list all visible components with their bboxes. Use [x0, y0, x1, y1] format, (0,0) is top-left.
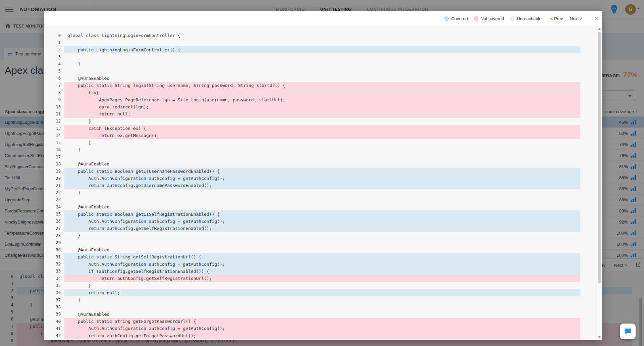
code-line: 22 } — [44, 189, 597, 196]
code-line: 24 @AuraEnabled — [44, 203, 597, 210]
line-number: 20 — [44, 176, 61, 181]
code-text: return null; — [64, 110, 580, 117]
code-text: return authConfig.getUsernamePasswordEna… — [64, 182, 580, 189]
code-line: 37 } — [44, 296, 597, 303]
code-line: 23 — [44, 196, 597, 203]
line-number: 16 — [44, 147, 61, 152]
legend-item-unreachable: Unreachable — [510, 16, 542, 21]
next-button[interactable]: Next > — [570, 16, 582, 21]
line-number: 36 — [44, 290, 61, 295]
code-text: Auth.AuthConfiguration authConfig = getA… — [64, 325, 580, 332]
legend-item-covered: Covered — [444, 16, 468, 21]
code-text: } — [64, 118, 580, 125]
legend-label: Covered — [451, 16, 468, 21]
line-number: 12 — [44, 119, 61, 123]
scrollbar-thumb[interactable] — [598, 32, 601, 284]
line-number: 39 — [44, 312, 61, 316]
code-text: public static Boolean getIsUsernamePassw… — [64, 168, 580, 175]
code-text: } — [64, 60, 580, 67]
line-number: 40 — [44, 319, 61, 324]
code-coverage-modal: CoveredNot coveredUnreachable < Prev Nex… — [44, 11, 602, 340]
code-text: Auth.AuthConfiguration authConfig = getA… — [64, 175, 580, 182]
code-text: try{ — [64, 89, 580, 96]
code-text — [64, 39, 580, 46]
code-text: aura.redirect(lgn); — [64, 103, 580, 110]
modal-scrollbar[interactable] — [597, 26, 602, 340]
line-number: 41 — [44, 326, 61, 331]
code-text: return ex.getMessage(); — [64, 132, 580, 139]
legend-dot-icon — [444, 16, 449, 21]
code-text: @AuraEnabled — [64, 75, 580, 82]
code-text: return authConfig.getSelfRegistrationUrl… — [64, 275, 580, 282]
code-text: public LightningLoginFormController() { — [64, 46, 580, 53]
line-number: 34 — [44, 276, 61, 281]
code-line: 39 @AuraEnabled — [44, 311, 597, 318]
code-line: 17 — [44, 153, 597, 160]
line-number: 28 — [44, 233, 61, 238]
prev-button[interactable]: < Prev — [550, 16, 563, 21]
code-line: 29 — [44, 239, 597, 246]
code-line: 3 — [44, 53, 597, 60]
code-line: 12 } — [44, 118, 597, 125]
code-line: 1 — [44, 39, 597, 46]
code-text: @AuraEnabled — [64, 160, 580, 167]
code-line: 21 return authConfig.getUsernamePassword… — [44, 182, 597, 189]
line-number: 21 — [44, 183, 61, 188]
line-number: 2 — [44, 47, 61, 52]
line-number: 38 — [44, 305, 61, 309]
line-number: 0 — [44, 33, 61, 38]
line-number: 29 — [44, 240, 61, 245]
code-text: global class LightningLoginFormControlle… — [64, 32, 580, 39]
legend-item-not-covered: Not covered — [474, 16, 504, 21]
code-line: 33 if (authConfig.getSelfRegistrationEna… — [44, 268, 597, 275]
code-text — [64, 53, 580, 60]
line-number: 15 — [44, 140, 61, 145]
code-line: 14 return ex.getMessage(); — [44, 132, 597, 139]
code-line: 16 } — [44, 146, 597, 153]
code-line: 40 public static String getForgotPasswor… — [44, 318, 597, 325]
line-number: 31 — [44, 255, 61, 259]
chat-widget-button[interactable] — [620, 324, 636, 339]
code-text: ApexPages.PageReference lgn = Site.login… — [64, 96, 580, 103]
line-number: 10 — [44, 105, 61, 109]
code-text: } — [64, 146, 580, 153]
code-line: 20 Auth.AuthConfiguration authConfig = g… — [44, 175, 597, 182]
line-number: 17 — [44, 155, 61, 159]
line-number: 24 — [44, 205, 61, 209]
line-number: 5 — [44, 69, 61, 73]
line-number: 22 — [44, 190, 61, 195]
line-number: 8 — [44, 90, 61, 95]
code-text: } — [64, 232, 580, 239]
code-text: public static Boolean getIsSelfRegistrat… — [64, 210, 580, 217]
code-line: 25 public static Boolean getIsSelfRegist… — [44, 210, 597, 217]
code-text: } — [64, 296, 580, 303]
code-line: 5 — [44, 67, 597, 75]
code-text: if (authConfig.getSelfRegistrationEnable… — [64, 268, 580, 275]
code-text: @AuraEnabled — [64, 246, 580, 253]
line-number: 37 — [44, 298, 61, 302]
line-number: 26 — [44, 219, 61, 224]
scroll-down-icon[interactable] — [598, 336, 601, 338]
code-text: return null; — [64, 289, 580, 296]
code-text: @AuraEnabled — [64, 203, 580, 210]
scroll-up-icon[interactable] — [598, 28, 601, 30]
code-text: @AuraEnabled — [64, 311, 580, 318]
code-line: 36 return null; — [44, 289, 597, 296]
line-number: 42 — [44, 333, 61, 338]
close-icon[interactable]: × — [594, 15, 598, 22]
code-line: 9 ApexPages.PageReference lgn = Site.log… — [44, 96, 597, 103]
code-text — [64, 67, 580, 75]
code-line: 7 public static String login(String user… — [44, 82, 597, 89]
line-number: 1 — [44, 40, 61, 45]
code-line: 15 } — [44, 139, 597, 146]
code-line: 41 Auth.AuthConfiguration authConfig = g… — [44, 325, 597, 332]
code-line: 13 catch (Exception ex) { — [44, 125, 597, 132]
modal-header: CoveredNot coveredUnreachable < Prev Nex… — [44, 11, 602, 26]
code-text — [64, 239, 580, 246]
code-text: Auth.AuthConfiguration authConfig = getA… — [64, 261, 580, 268]
code-text: return authConfig.getForgotPasswordUrl()… — [64, 332, 580, 339]
code-line: 11 return null; — [44, 110, 597, 117]
line-number: 9 — [44, 97, 61, 102]
code-text: public static String getSelfRegistration… — [64, 253, 580, 260]
line-number: 32 — [44, 262, 61, 266]
